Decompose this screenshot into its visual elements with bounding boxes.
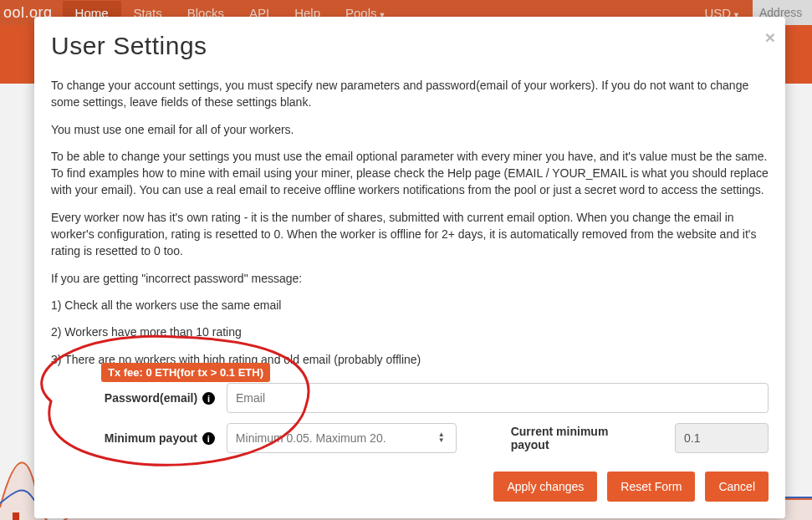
current-minimum-payout-value xyxy=(675,423,769,453)
minimum-payout-input[interactable] xyxy=(227,423,457,453)
reset-form-button[interactable]: Reset Form xyxy=(607,472,695,502)
modal-list-item: 1) Check all the workers use the same em… xyxy=(51,297,769,314)
tx-fee-tooltip: Tx fee: 0 ETH(for tx > 0.1 ETH) xyxy=(101,363,270,382)
password-email-input[interactable] xyxy=(227,383,769,413)
minimum-payout-label: Minimum payout i xyxy=(51,431,227,446)
password-label: Password(email) i xyxy=(51,391,227,405)
cancel-button[interactable]: Cancel xyxy=(705,472,769,502)
modal-paragraph: Every worker now has it's own rating - i… xyxy=(51,209,769,260)
modal-paragraph: To be able to change your settings you m… xyxy=(51,148,769,199)
info-icon[interactable]: i xyxy=(202,432,215,445)
modal-title: User Settings xyxy=(51,32,769,60)
apply-changes-button[interactable]: Apply changes xyxy=(493,472,597,502)
number-stepper[interactable]: ▲ ▼ xyxy=(438,423,452,453)
modal-list-item: 2) Workers have more than 10 rating xyxy=(51,324,769,340)
chevron-down-icon[interactable]: ▼ xyxy=(438,438,452,443)
modal-paragraph: If you are getting "incorrect password" … xyxy=(51,270,769,287)
modal-paragraph: You must use one email for all of your w… xyxy=(51,121,769,138)
current-minimum-payout-label: Current minimum payout xyxy=(511,425,650,451)
modal-paragraph: To change your account settings, you mus… xyxy=(51,77,769,111)
close-icon[interactable]: × xyxy=(765,28,775,46)
user-settings-modal: × User Settings To change your account s… xyxy=(34,17,785,518)
info-icon[interactable]: i xyxy=(202,392,215,405)
